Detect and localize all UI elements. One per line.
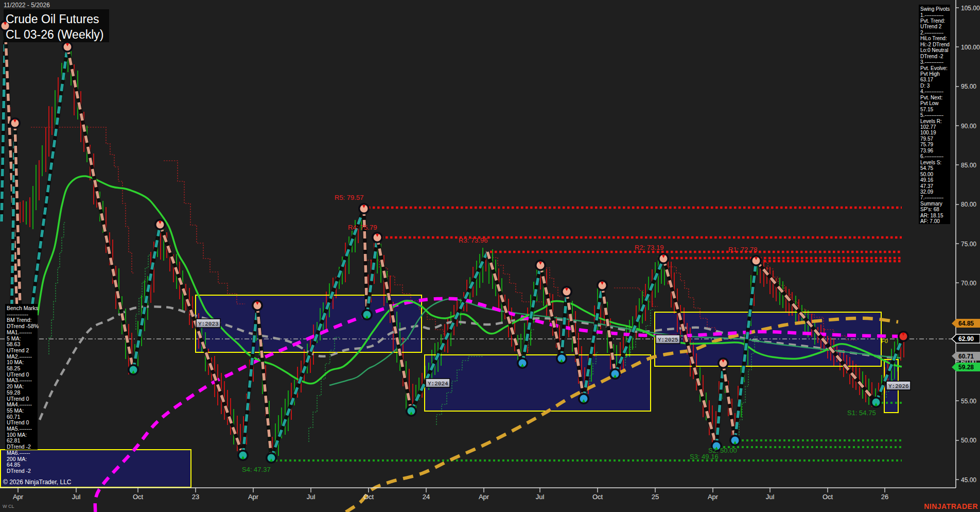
svg-text:58.25: 58.25 (7, 365, 20, 371)
svg-text:Summary: Summary (920, 201, 942, 207)
svg-text:Pvt. Evolve:: Pvt. Evolve: (920, 65, 948, 71)
svg-text:7.-----------: 7.----------- (920, 195, 943, 200)
svg-text:MA4.-------: MA4.------- (7, 401, 32, 407)
svg-text:59.28: 59.28 (7, 389, 20, 396)
svg-text:79.57: 79.57 (920, 136, 933, 142)
svg-text:UTrend 2: UTrend 2 (7, 347, 29, 353)
svg-text:MA1.-------: MA1.------- (7, 329, 32, 335)
svg-text:Jul: Jul (72, 493, 81, 501)
svg-text:73.96: 73.96 (920, 148, 933, 153)
svg-text:105.00: 105.00 (961, 5, 980, 12)
svg-text:DTrend -2: DTrend -2 (920, 54, 943, 59)
svg-text:62.81: 62.81 (7, 437, 20, 443)
svg-text:Bench Marks: Bench Marks (7, 305, 38, 311)
svg-text:75.00: 75.00 (961, 241, 976, 248)
svg-text:100.19: 100.19 (920, 130, 936, 135)
svg-text:3.-----------: 3.----------- (920, 59, 943, 65)
svg-text:NINJATRADER: NINJATRADER (924, 502, 978, 510)
svg-text:S1: 54.75: S1: 54.75 (847, 409, 876, 417)
svg-text:5 MA:: 5 MA: (7, 335, 21, 342)
svg-text:100.00: 100.00 (961, 44, 980, 51)
svg-text:SP's: 68: SP's: 68 (920, 207, 939, 212)
svg-text:Levels R:: Levels R: (920, 118, 942, 124)
svg-text:D: 3: D: 3 (920, 83, 930, 89)
svg-text:R5: 79.57: R5: 79.57 (335, 194, 363, 201)
svg-text:62.90: 62.90 (958, 335, 974, 343)
svg-text:Jul: Jul (766, 493, 775, 501)
svg-text:Apr: Apr (13, 493, 24, 501)
svg-text:102.77: 102.77 (920, 124, 936, 130)
svg-text:Swing Pivots: Swing Pivots (920, 6, 950, 12)
svg-text:57.15: 57.15 (920, 107, 933, 112)
svg-text:80.00: 80.00 (961, 201, 976, 208)
svg-text:60.71: 60.71 (7, 414, 20, 420)
svg-text:R1: 72.78: R1: 72.78 (728, 246, 757, 253)
svg-text:DTrend -2: DTrend -2 (7, 443, 31, 450)
svg-text:F0: F0 (881, 338, 888, 344)
svg-text:64.85: 64.85 (7, 462, 20, 468)
svg-text:Oct: Oct (363, 493, 374, 501)
svg-text:64.85: 64.85 (958, 320, 974, 327)
svg-text:UTrend 0: UTrend 0 (7, 371, 29, 378)
svg-text:5.-----------: 5.----------- (920, 112, 943, 118)
svg-text:100 MA:: 100 MA: (7, 432, 27, 438)
svg-text:BM Trend:: BM Trend: (7, 317, 31, 323)
svg-text:R4: 75.79: R4: 75.79 (348, 224, 377, 231)
svg-text:Lo:0 Neutral: Lo:0 Neutral (920, 47, 948, 53)
svg-text:Y:2026: Y:2026 (888, 383, 909, 389)
svg-text:85.00: 85.00 (961, 162, 976, 169)
svg-text:59.28: 59.28 (958, 364, 974, 371)
svg-text:95.00: 95.00 (961, 83, 976, 90)
svg-text:MA2.-------: MA2.------- (7, 353, 32, 360)
svg-text:Levels S:: Levels S: (920, 160, 941, 165)
svg-text:49.16: 49.16 (920, 177, 933, 183)
svg-text:Y:2023: Y:2023 (198, 321, 219, 327)
svg-text:Pvt High: Pvt High (920, 71, 940, 77)
svg-text:S4: 47.37: S4: 47.37 (242, 466, 271, 473)
svg-text:Jul: Jul (536, 493, 545, 501)
svg-text:60.71: 60.71 (958, 353, 974, 360)
svg-text:Apr: Apr (708, 493, 719, 501)
svg-text:1.-----------: 1.----------- (920, 12, 943, 18)
svg-text:Hi:-2 DTrend: Hi:-2 DTrend (920, 42, 950, 47)
svg-text:32.09: 32.09 (920, 189, 933, 195)
svg-text:MA3.-------: MA3.------- (7, 377, 32, 383)
svg-text:50.00: 50.00 (920, 172, 933, 177)
svg-text:Oct: Oct (592, 493, 603, 501)
svg-text:MA6.------: MA6.------ (7, 450, 30, 456)
svg-text:55.00: 55.00 (961, 398, 976, 405)
svg-text:2.-----------: 2.----------- (920, 30, 943, 36)
svg-text:CL 03-26 (Weekly): CL 03-26 (Weekly) (6, 28, 103, 41)
svg-text:UTrend 2: UTrend 2 (920, 24, 942, 29)
svg-text:75.79: 75.79 (920, 142, 933, 147)
svg-text:Oct: Oct (822, 493, 833, 501)
svg-text:6.-----------: 6.----------- (920, 153, 943, 159)
svg-text:------------: ------------ (7, 311, 28, 317)
svg-text:Pvt. Next:: Pvt. Next: (920, 95, 942, 100)
svg-text:MA5.-------: MA5.------- (7, 425, 32, 432)
svg-text:AR: 18.15: AR: 18.15 (920, 213, 943, 218)
svg-text:10 MA:: 10 MA: (7, 359, 24, 365)
svg-text:26: 26 (881, 493, 888, 501)
svg-text:4.-----------: 4.----------- (920, 89, 943, 94)
svg-text:90.00: 90.00 (961, 123, 976, 130)
svg-text:20 MA:: 20 MA: (7, 383, 24, 389)
svg-text:Apr: Apr (479, 493, 489, 501)
svg-text:Apr: Apr (248, 493, 259, 501)
svg-text:Y:2025: Y:2025 (658, 337, 678, 343)
svg-text:DTrend -58%: DTrend -58% (7, 323, 39, 329)
svg-text:R3: 73.96: R3: 73.96 (459, 236, 487, 244)
svg-text:Oct: Oct (133, 493, 144, 501)
svg-text:UTrend 0: UTrend 0 (7, 396, 29, 402)
svg-text:Crude Oil Futures: Crude Oil Futures (6, 12, 99, 26)
svg-text:W CL: W CL (3, 504, 14, 509)
svg-text:Pvt Low: Pvt Low (920, 100, 939, 106)
svg-text:AF: 7.00: AF: 7.00 (920, 218, 940, 224)
svg-text:23: 23 (192, 493, 199, 501)
svg-text:Jul: Jul (307, 493, 316, 501)
svg-text:200 MA:: 200 MA: (7, 456, 27, 462)
svg-text:47.37: 47.37 (920, 183, 933, 189)
svg-text:Y:2024: Y:2024 (428, 381, 448, 387)
svg-text:24: 24 (423, 493, 430, 501)
svg-text:Pvt. Trend:: Pvt. Trend: (920, 18, 945, 24)
